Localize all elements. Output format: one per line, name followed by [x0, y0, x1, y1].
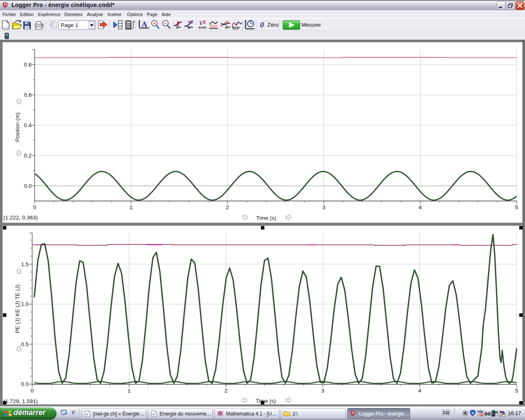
- svg-text:0.0: 0.0: [24, 183, 32, 189]
- svg-text:A: A: [142, 20, 147, 29]
- svg-text:1: 1: [199, 21, 202, 25]
- svg-text:0.5: 0.5: [21, 341, 29, 347]
- svg-text:−: −: [164, 21, 167, 26]
- svg-text:0.6: 0.6: [24, 92, 32, 98]
- svg-text:0: 0: [33, 204, 37, 210]
- svg-text:1.5: 1.5: [21, 261, 29, 267]
- svg-text:5: 5: [515, 388, 518, 394]
- svg-text:e: e: [87, 412, 89, 416]
- svg-text:f(x)=: f(x)=: [232, 26, 240, 30]
- svg-text:M=: M=: [187, 25, 193, 30]
- svg-text:0.2: 0.2: [24, 153, 32, 159]
- svg-text:0.0: 0.0: [21, 381, 29, 387]
- svg-text:1: 1: [130, 204, 133, 210]
- svg-text:3: 3: [321, 388, 324, 394]
- svg-text:STAT: STAT: [199, 26, 207, 30]
- svg-text:(1.222, 0.363): (1.222, 0.363): [3, 215, 38, 221]
- svg-text:PE (J) KE (J) TE (J): PE (J) KE (J) TE (J): [14, 284, 21, 333]
- svg-text:0.8: 0.8: [24, 62, 32, 68]
- svg-text:2: 2: [203, 20, 206, 25]
- svg-text:1.0: 1.0: [21, 301, 29, 307]
- svg-text:R=: R=: [225, 25, 231, 30]
- svg-text:(1.729, 1.591): (1.729, 1.591): [3, 398, 38, 404]
- svg-text:+: +: [153, 21, 155, 26]
- svg-text:0: 0: [31, 388, 34, 394]
- svg-text:1: 1: [128, 388, 131, 394]
- svg-text:2: 2: [224, 388, 228, 394]
- svg-text:4: 4: [419, 204, 422, 210]
- svg-text:3: 3: [322, 204, 326, 210]
- svg-text:Time (s): Time (s): [256, 215, 276, 221]
- svg-text:Mesurer: Mesurer: [301, 22, 321, 28]
- svg-text:Position (m): Position (m): [14, 112, 21, 142]
- svg-text:Page 1: Page 1: [61, 22, 78, 28]
- svg-text:V: V: [471, 411, 474, 415]
- svg-text:e: e: [72, 409, 75, 415]
- svg-text:e: e: [153, 412, 155, 416]
- svg-text:Time (s): Time (s): [256, 398, 276, 404]
- svg-text:4: 4: [418, 388, 422, 394]
- svg-text:5: 5: [515, 204, 518, 210]
- svg-text:Zéro: Zéro: [267, 22, 278, 28]
- svg-text:0: 0: [260, 21, 264, 29]
- svg-text:0.4: 0.4: [24, 122, 32, 128]
- svg-text:2: 2: [226, 204, 229, 210]
- svg-text:X=: X=: [176, 25, 181, 30]
